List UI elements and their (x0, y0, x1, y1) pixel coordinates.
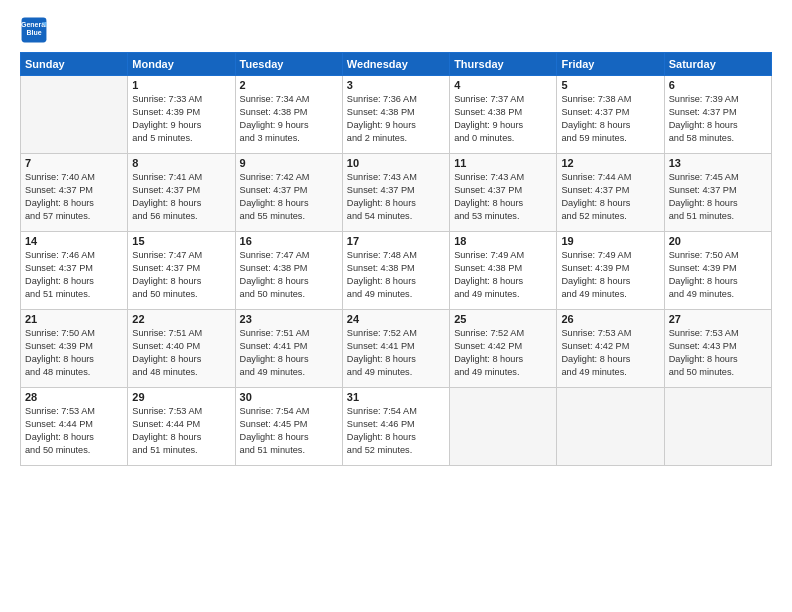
day-info: Sunrise: 7:36 AM Sunset: 4:38 PM Dayligh… (347, 93, 445, 145)
day-number: 9 (240, 157, 338, 169)
day-info: Sunrise: 7:51 AM Sunset: 4:40 PM Dayligh… (132, 327, 230, 379)
calendar-cell: 31Sunrise: 7:54 AM Sunset: 4:46 PM Dayli… (342, 388, 449, 466)
day-info: Sunrise: 7:53 AM Sunset: 4:42 PM Dayligh… (561, 327, 659, 379)
header: General Blue (20, 16, 772, 44)
calendar-cell (21, 76, 128, 154)
day-number: 15 (132, 235, 230, 247)
calendar-cell: 4Sunrise: 7:37 AM Sunset: 4:38 PM Daylig… (450, 76, 557, 154)
svg-text:Blue: Blue (26, 29, 41, 36)
day-number: 8 (132, 157, 230, 169)
day-info: Sunrise: 7:42 AM Sunset: 4:37 PM Dayligh… (240, 171, 338, 223)
calendar-cell: 8Sunrise: 7:41 AM Sunset: 4:37 PM Daylig… (128, 154, 235, 232)
calendar-cell: 18Sunrise: 7:49 AM Sunset: 4:38 PM Dayli… (450, 232, 557, 310)
calendar-cell: 7Sunrise: 7:40 AM Sunset: 4:37 PM Daylig… (21, 154, 128, 232)
day-number: 7 (25, 157, 123, 169)
calendar-cell: 11Sunrise: 7:43 AM Sunset: 4:37 PM Dayli… (450, 154, 557, 232)
day-info: Sunrise: 7:48 AM Sunset: 4:38 PM Dayligh… (347, 249, 445, 301)
day-info: Sunrise: 7:43 AM Sunset: 4:37 PM Dayligh… (347, 171, 445, 223)
svg-text:General: General (21, 21, 47, 28)
day-number: 14 (25, 235, 123, 247)
day-info: Sunrise: 7:44 AM Sunset: 4:37 PM Dayligh… (561, 171, 659, 223)
calendar-cell (450, 388, 557, 466)
day-info: Sunrise: 7:53 AM Sunset: 4:44 PM Dayligh… (25, 405, 123, 457)
calendar-cell: 26Sunrise: 7:53 AM Sunset: 4:42 PM Dayli… (557, 310, 664, 388)
day-info: Sunrise: 7:50 AM Sunset: 4:39 PM Dayligh… (669, 249, 767, 301)
day-number: 16 (240, 235, 338, 247)
day-info: Sunrise: 7:34 AM Sunset: 4:38 PM Dayligh… (240, 93, 338, 145)
calendar-cell: 6Sunrise: 7:39 AM Sunset: 4:37 PM Daylig… (664, 76, 771, 154)
day-number: 21 (25, 313, 123, 325)
calendar-cell: 17Sunrise: 7:48 AM Sunset: 4:38 PM Dayli… (342, 232, 449, 310)
logo-icon: General Blue (20, 16, 48, 44)
weekday-header: Thursday (450, 53, 557, 76)
day-info: Sunrise: 7:53 AM Sunset: 4:44 PM Dayligh… (132, 405, 230, 457)
calendar-cell: 25Sunrise: 7:52 AM Sunset: 4:42 PM Dayli… (450, 310, 557, 388)
calendar-cell: 3Sunrise: 7:36 AM Sunset: 4:38 PM Daylig… (342, 76, 449, 154)
calendar-week-row: 7Sunrise: 7:40 AM Sunset: 4:37 PM Daylig… (21, 154, 772, 232)
day-number: 10 (347, 157, 445, 169)
day-number: 28 (25, 391, 123, 403)
calendar-cell: 23Sunrise: 7:51 AM Sunset: 4:41 PM Dayli… (235, 310, 342, 388)
day-info: Sunrise: 7:43 AM Sunset: 4:37 PM Dayligh… (454, 171, 552, 223)
calendar-cell: 2Sunrise: 7:34 AM Sunset: 4:38 PM Daylig… (235, 76, 342, 154)
page: General Blue SundayMondayTuesdayWednesda… (0, 0, 792, 612)
day-number: 26 (561, 313, 659, 325)
day-number: 25 (454, 313, 552, 325)
day-info: Sunrise: 7:33 AM Sunset: 4:39 PM Dayligh… (132, 93, 230, 145)
day-number: 23 (240, 313, 338, 325)
day-number: 19 (561, 235, 659, 247)
day-info: Sunrise: 7:37 AM Sunset: 4:38 PM Dayligh… (454, 93, 552, 145)
day-info: Sunrise: 7:50 AM Sunset: 4:39 PM Dayligh… (25, 327, 123, 379)
calendar-week-row: 28Sunrise: 7:53 AM Sunset: 4:44 PM Dayli… (21, 388, 772, 466)
day-number: 2 (240, 79, 338, 91)
day-info: Sunrise: 7:47 AM Sunset: 4:38 PM Dayligh… (240, 249, 338, 301)
calendar-cell: 14Sunrise: 7:46 AM Sunset: 4:37 PM Dayli… (21, 232, 128, 310)
calendar-cell: 5Sunrise: 7:38 AM Sunset: 4:37 PM Daylig… (557, 76, 664, 154)
weekday-header: Saturday (664, 53, 771, 76)
day-info: Sunrise: 7:45 AM Sunset: 4:37 PM Dayligh… (669, 171, 767, 223)
day-number: 13 (669, 157, 767, 169)
day-info: Sunrise: 7:51 AM Sunset: 4:41 PM Dayligh… (240, 327, 338, 379)
calendar-cell (664, 388, 771, 466)
calendar-cell: 21Sunrise: 7:50 AM Sunset: 4:39 PM Dayli… (21, 310, 128, 388)
calendar-header: SundayMondayTuesdayWednesdayThursdayFrid… (21, 53, 772, 76)
day-number: 5 (561, 79, 659, 91)
calendar-cell: 22Sunrise: 7:51 AM Sunset: 4:40 PM Dayli… (128, 310, 235, 388)
day-number: 1 (132, 79, 230, 91)
day-number: 12 (561, 157, 659, 169)
day-number: 30 (240, 391, 338, 403)
calendar-cell: 29Sunrise: 7:53 AM Sunset: 4:44 PM Dayli… (128, 388, 235, 466)
calendar-cell: 10Sunrise: 7:43 AM Sunset: 4:37 PM Dayli… (342, 154, 449, 232)
day-info: Sunrise: 7:54 AM Sunset: 4:46 PM Dayligh… (347, 405, 445, 457)
calendar-cell: 9Sunrise: 7:42 AM Sunset: 4:37 PM Daylig… (235, 154, 342, 232)
calendar-cell: 15Sunrise: 7:47 AM Sunset: 4:37 PM Dayli… (128, 232, 235, 310)
calendar-cell: 12Sunrise: 7:44 AM Sunset: 4:37 PM Dayli… (557, 154, 664, 232)
day-info: Sunrise: 7:52 AM Sunset: 4:42 PM Dayligh… (454, 327, 552, 379)
calendar-week-row: 14Sunrise: 7:46 AM Sunset: 4:37 PM Dayli… (21, 232, 772, 310)
weekday-row: SundayMondayTuesdayWednesdayThursdayFrid… (21, 53, 772, 76)
day-info: Sunrise: 7:39 AM Sunset: 4:37 PM Dayligh… (669, 93, 767, 145)
weekday-header: Sunday (21, 53, 128, 76)
calendar-cell: 19Sunrise: 7:49 AM Sunset: 4:39 PM Dayli… (557, 232, 664, 310)
calendar-body: 1Sunrise: 7:33 AM Sunset: 4:39 PM Daylig… (21, 76, 772, 466)
calendar: SundayMondayTuesdayWednesdayThursdayFrid… (20, 52, 772, 466)
day-number: 27 (669, 313, 767, 325)
calendar-cell: 30Sunrise: 7:54 AM Sunset: 4:45 PM Dayli… (235, 388, 342, 466)
day-info: Sunrise: 7:49 AM Sunset: 4:38 PM Dayligh… (454, 249, 552, 301)
calendar-cell (557, 388, 664, 466)
calendar-week-row: 21Sunrise: 7:50 AM Sunset: 4:39 PM Dayli… (21, 310, 772, 388)
day-number: 22 (132, 313, 230, 325)
day-info: Sunrise: 7:52 AM Sunset: 4:41 PM Dayligh… (347, 327, 445, 379)
day-info: Sunrise: 7:46 AM Sunset: 4:37 PM Dayligh… (25, 249, 123, 301)
day-number: 3 (347, 79, 445, 91)
day-number: 31 (347, 391, 445, 403)
day-info: Sunrise: 7:40 AM Sunset: 4:37 PM Dayligh… (25, 171, 123, 223)
day-number: 17 (347, 235, 445, 247)
day-number: 18 (454, 235, 552, 247)
day-info: Sunrise: 7:49 AM Sunset: 4:39 PM Dayligh… (561, 249, 659, 301)
day-number: 4 (454, 79, 552, 91)
day-number: 24 (347, 313, 445, 325)
calendar-cell: 16Sunrise: 7:47 AM Sunset: 4:38 PM Dayli… (235, 232, 342, 310)
day-info: Sunrise: 7:47 AM Sunset: 4:37 PM Dayligh… (132, 249, 230, 301)
day-number: 11 (454, 157, 552, 169)
